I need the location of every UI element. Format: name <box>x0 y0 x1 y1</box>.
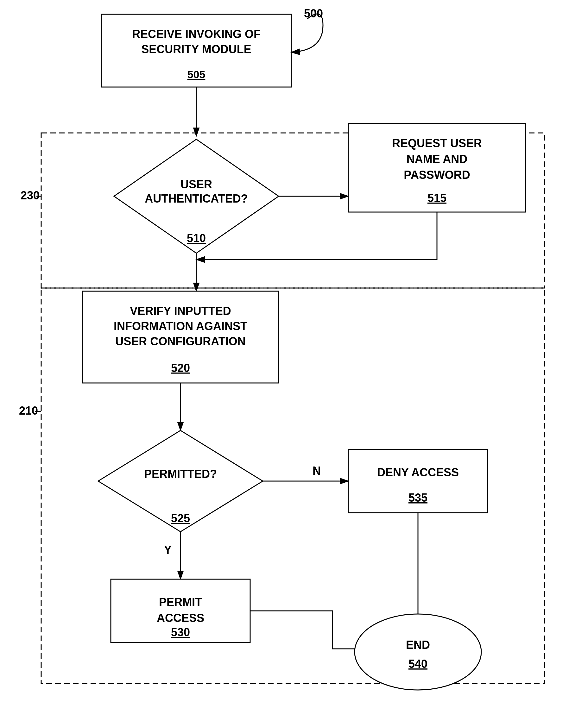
label-505-num: 505 <box>187 68 206 80</box>
label-510-num: 510 <box>187 232 206 245</box>
label-520-line1: VERIFY INPUTTED <box>130 304 231 318</box>
label-530-num: 530 <box>171 626 190 639</box>
label-535-num: 535 <box>408 491 427 504</box>
label-230: 230 <box>21 189 40 202</box>
label-540-num: 540 <box>408 657 427 670</box>
label-535-line1: DENY ACCESS <box>377 466 459 479</box>
oval-540 <box>355 614 481 690</box>
label-520-line2: INFORMATION AGAINST <box>114 320 247 333</box>
label-530-line2: ACCESS <box>157 612 204 624</box>
label-505-line2: SECURITY MODULE <box>141 43 251 56</box>
label-510-line1: USER <box>181 178 212 191</box>
label-520-num: 520 <box>171 361 190 375</box>
label-210: 210 <box>19 404 38 417</box>
label-525-line1: PERMITTED? <box>144 468 217 480</box>
label-515-line3: PASSWORD <box>404 168 470 181</box>
label-540-line1: END <box>406 638 430 651</box>
label-515-line2: NAME AND <box>406 153 468 166</box>
label-515-line1: REQUEST USER <box>392 137 482 150</box>
label-515-num: 515 <box>427 191 446 205</box>
label-530-line1: PERMIT <box>159 596 202 608</box>
label-520-line3: USER CONFIGURATION <box>115 335 246 348</box>
flowchart-diagram: RECEIVE INVOKING OF SECURITY MODULE 505 … <box>0 0 588 727</box>
label-525-num: 525 <box>171 512 190 525</box>
arrow-530-to-540 <box>250 611 369 649</box>
label-n: N <box>313 464 321 477</box>
ref-500-label: 500 <box>304 7 323 20</box>
label-510-line2: AUTHENTICATED? <box>145 192 248 205</box>
label-y: Y <box>164 543 172 556</box>
label-505-line1: RECEIVE INVOKING OF <box>132 27 260 41</box>
